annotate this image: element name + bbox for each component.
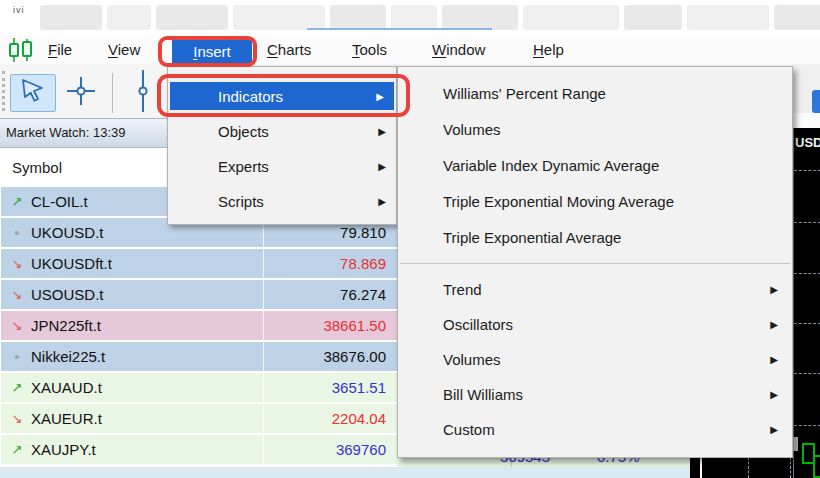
chart-area-fragment: USD (793, 128, 820, 478)
chart-axis-line (700, 457, 702, 478)
menu-tools-accel: T (352, 41, 360, 58)
submenu-arrow-icon: ▶ (378, 126, 386, 137)
chart-gridline (794, 373, 820, 374)
symbol-cell: USOUSD.t (31, 286, 104, 303)
blurred-tab-row (40, 5, 820, 30)
submenu-item-label: Oscillators (443, 316, 513, 333)
ghost-tab (156, 5, 228, 30)
vertical-line-tool-button[interactable] (126, 71, 160, 115)
submenu-item-variable-index-dynamic-average[interactable]: Variable Index Dynamic Average (398, 147, 792, 183)
market-watch-row[interactable]: ↘ JPN225ft.t 38661.50 (1, 311, 397, 340)
submenu-item-triple-exponential-average[interactable]: Triple Exponential Average (398, 219, 792, 255)
cursor-tool-button[interactable] (10, 74, 56, 112)
menu-insert[interactable]: Insert (172, 40, 252, 64)
submenu-item-triple-exponential-moving-average[interactable]: Triple Exponential Moving Average (398, 183, 792, 219)
submenu-item-williams-percent-range[interactable]: Williams' Percent Range (398, 75, 792, 111)
market-watch-column-divider (263, 187, 264, 465)
price-cell: 369760 (336, 441, 386, 458)
menu-file-accel: F (48, 41, 57, 58)
trend-up-icon: ↗ (7, 380, 27, 395)
menu-item-label: Scripts (218, 193, 264, 210)
market-watch-row[interactable]: ↗ XAUJPY.t 369760 (1, 435, 397, 464)
market-watch-row[interactable]: ↘ XAUEUR.t 2204.04 (1, 404, 397, 433)
submenu-arrow-icon: ▶ (770, 424, 778, 435)
crosshair-tool-button[interactable] (60, 76, 102, 110)
menu-item-objects[interactable]: Objects ▶ (168, 114, 396, 149)
submenu-item-label: Triple Exponential Average (443, 229, 621, 246)
menu-help-accel: H (533, 41, 544, 58)
market-watch-table: ↗ CL-OIL.t • UKOUSD.t 79.810 ↘ UKOUSDft.… (1, 187, 397, 466)
focused-tab-underline (307, 28, 492, 30)
indicators-submenu: Williams' Percent Range Volumes Variable… (397, 66, 793, 458)
menu-charts[interactable]: Charts (267, 36, 311, 63)
trend-up-icon: ↗ (7, 442, 27, 457)
menu-tools-label: ools (360, 41, 388, 58)
submenu-arrow-icon: ▶ (378, 196, 386, 207)
menu-help[interactable]: Help (533, 36, 564, 63)
submenu-group-bill-williams[interactable]: Bill Williams ▶ (398, 377, 792, 412)
submenu-arrow-icon: ▶ (378, 161, 386, 172)
candlestick (813, 455, 820, 478)
submenu-group-volumes[interactable]: Volumes ▶ (398, 342, 792, 377)
partial-blue-button[interactable] (812, 90, 820, 113)
insert-dropdown-menu: Indicators ▶ Objects ▶ Experts ▶ Scripts… (167, 66, 397, 225)
market-watch-row[interactable]: • Nikkei225.t 38676.00 (1, 342, 397, 371)
menu-item-scripts[interactable]: Scripts ▶ (168, 184, 396, 219)
crosshair-icon (64, 75, 98, 111)
market-watch-row[interactable]: ↘ UKOUSDft.t 78.869 (1, 249, 397, 278)
price-cell: 3651.51 (332, 379, 386, 396)
submenu-group-oscillators[interactable]: Oscillators ▶ (398, 307, 792, 342)
submenu-item-volumes[interactable]: Volumes (398, 111, 792, 147)
menu-charts-label: harts (278, 41, 311, 58)
menu-window[interactable]: Window (432, 36, 485, 63)
menu-item-label: Experts (218, 158, 269, 175)
menu-file-label: ile (57, 41, 72, 58)
menu-item-indicators[interactable]: Indicators ▶ (170, 82, 394, 110)
toolbar-separator (112, 73, 113, 113)
metatrader-window: ivi File View Insert C (0, 0, 820, 478)
submenu-item-label: Custom (443, 421, 495, 438)
menu-item-experts[interactable]: Experts ▶ (168, 149, 396, 184)
submenu-item-label: Bill Williams (443, 386, 523, 403)
ghost-tab (687, 5, 769, 30)
submenu-arrow-icon: ▶ (770, 354, 778, 365)
ghost-tab (330, 5, 386, 30)
symbol-cell: XAUEUR.t (31, 410, 102, 427)
ghost-tab (774, 5, 820, 30)
symbol-cell: Nikkei225.t (31, 348, 105, 365)
chart-white-band (793, 113, 820, 128)
trend-up-icon: ↗ (7, 194, 27, 209)
price-cell: 78.869 (340, 255, 386, 272)
market-watch-row[interactable]: ↗ XAUAUD.t 3651.51 (1, 373, 397, 402)
menu-file[interactable]: File (48, 36, 72, 63)
submenu-separator (400, 263, 790, 264)
menu-view-label: iew (118, 41, 141, 58)
submenu-group-custom[interactable]: Custom ▶ (398, 412, 792, 447)
menu-insert-label: nsert (197, 43, 230, 60)
chart-gridline (794, 425, 820, 426)
chart-vertical-gridline (790, 457, 791, 478)
chart-bottom-fragment (690, 457, 793, 478)
submenu-item-label: Volumes (443, 121, 501, 138)
symbol-cell: XAUJPY.t (31, 441, 96, 458)
market-watch-title: Market Watch: 13:39 (6, 125, 125, 140)
market-watch-row[interactable]: ↘ USOUSD.t 76.274 (1, 280, 397, 309)
cursor-icon (20, 78, 46, 108)
toolbar-drag-handle[interactable] (2, 71, 5, 111)
trend-down-icon: ↘ (7, 256, 27, 271)
symbol-cell: XAUAUD.t (31, 379, 102, 396)
price-cell: 76.274 (340, 286, 386, 303)
symbol-cell: CL-OIL.t (31, 193, 88, 210)
chart-vertical-gridline (748, 457, 749, 478)
symbol-column-label: Symbol (12, 159, 62, 176)
submenu-group-trend[interactable]: Trend ▶ (398, 272, 792, 307)
menu-view[interactable]: View (108, 36, 140, 63)
menu-item-label: Objects (218, 123, 269, 140)
submenu-item-label: Variable Index Dynamic Average (443, 157, 659, 174)
ghost-tab (523, 5, 619, 30)
menu-tools[interactable]: Tools (352, 36, 387, 63)
chart-gridline (794, 222, 820, 223)
menu-help-label: elp (544, 41, 564, 58)
menu-window-label: indow (446, 41, 485, 58)
ghost-tab (233, 5, 325, 30)
